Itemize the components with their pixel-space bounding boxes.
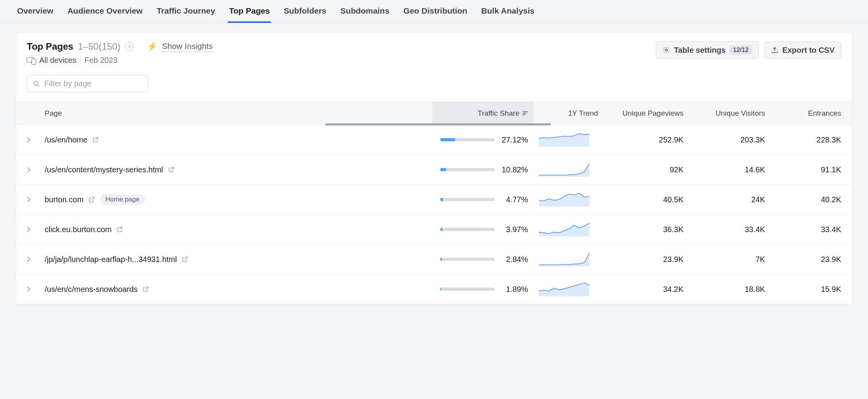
- sparkline: [539, 252, 589, 266]
- tab-bulk-analysis[interactable]: Bulk Analysis: [480, 0, 536, 23]
- export-csv-label: Export to CSV: [783, 46, 835, 55]
- traffic-share-value: 3.97%: [500, 225, 528, 234]
- period-label[interactable]: Feb 2023: [85, 56, 118, 65]
- tabs-nav: OverviewAudience OverviewTraffic Journey…: [0, 0, 868, 23]
- trend-cell: [533, 125, 603, 154]
- traffic-share-cell: 10.82%: [432, 158, 533, 182]
- row-expander[interactable]: [16, 130, 39, 149]
- traffic-share-value: 1.89%: [500, 285, 528, 294]
- export-icon: [771, 46, 779, 54]
- traffic-share-cell: 1.89%: [432, 277, 533, 302]
- page-cell: click.eu.burton.com: [39, 217, 432, 242]
- page-path[interactable]: /us/en/home: [45, 135, 87, 144]
- gear-icon: [662, 46, 670, 54]
- share-bar: [440, 258, 495, 261]
- filter-bar: [16, 70, 852, 102]
- unique-pageviews-value: 252.9K: [603, 128, 689, 152]
- row-expander[interactable]: [16, 279, 39, 299]
- page-cell: /us/en/c/mens-snowboards: [39, 277, 432, 302]
- row-expander[interactable]: [16, 160, 39, 179]
- table-settings-button[interactable]: Table settings 12/12: [656, 41, 759, 59]
- page-cell: /jp/ja/p/lunchlap-earflap-h...34931.html: [39, 247, 432, 272]
- table-settings-badge: 12/12: [730, 45, 752, 55]
- external-link-icon[interactable]: [92, 136, 99, 143]
- tab-geo-distribution[interactable]: Geo Distribution: [402, 0, 469, 23]
- table-row: /jp/ja/p/lunchlap-earflap-h...34931.html…: [16, 245, 852, 274]
- share-bar: [440, 168, 495, 171]
- sparkline: [539, 282, 589, 296]
- col-entrances[interactable]: Entrances: [770, 102, 852, 125]
- page-path[interactable]: burton.com: [45, 195, 84, 204]
- share-bar: [440, 198, 495, 201]
- chevron-right-icon: [25, 227, 30, 232]
- entrances-value: 40.2K: [770, 187, 852, 212]
- unique-visitors-value: 24K: [689, 187, 770, 212]
- info-icon[interactable]: i: [125, 42, 134, 51]
- unique-pageviews-value: 92K: [603, 158, 689, 182]
- entrances-value: 33.4K: [770, 217, 852, 242]
- col-unique-visitors[interactable]: Unique Visitors: [689, 102, 770, 125]
- external-link-icon[interactable]: [168, 166, 175, 173]
- highlight-bar: [325, 123, 551, 125]
- title-row: Top Pages 1–50(150) i ⚡ Show Insights: [27, 41, 213, 52]
- chevron-right-icon: [25, 167, 30, 172]
- table-settings-label: Table settings: [674, 46, 726, 55]
- unique-pageviews-value: 23.9K: [603, 247, 689, 272]
- table: Page Traffic Share 1Y Trend Unique Pagev…: [16, 102, 852, 304]
- tab-subdomains[interactable]: Subdomains: [339, 0, 391, 23]
- external-link-icon[interactable]: [88, 196, 95, 203]
- unique-visitors-value: 18.8K: [689, 277, 770, 302]
- page-cell: /us/en/home: [39, 128, 432, 152]
- row-expander[interactable]: [16, 250, 39, 269]
- unique-visitors-value: 7K: [689, 247, 770, 272]
- sparkline: [539, 133, 589, 147]
- table-row: burton.comHome page4.77%40.5K24K40.2K: [16, 185, 852, 215]
- page-range: 1–50(150): [78, 41, 120, 52]
- page-path[interactable]: /jp/ja/p/lunchlap-earflap-h...34931.html: [45, 255, 177, 264]
- table-row: click.eu.burton.com3.97%36.3K33.4K33.4K: [16, 215, 852, 245]
- chevron-right-icon: [25, 257, 30, 262]
- page-path[interactable]: click.eu.burton.com: [45, 225, 112, 234]
- tab-overview[interactable]: Overview: [16, 0, 55, 23]
- page-path[interactable]: /us/en/c/mens-snowboards: [45, 285, 138, 294]
- table-row: /us/en/content/mystery-series.html10.82%…: [16, 155, 852, 185]
- svg-point-0: [665, 49, 667, 51]
- entrances-value: 228.3K: [770, 128, 852, 152]
- search-icon: [33, 80, 40, 88]
- col-page[interactable]: Page: [39, 102, 432, 125]
- external-link-icon[interactable]: [181, 256, 188, 263]
- unique-visitors-value: 14.6K: [689, 158, 770, 182]
- col-traffic-share[interactable]: Traffic Share: [432, 102, 533, 125]
- unique-pageviews-value: 34.2K: [603, 277, 689, 302]
- show-insights-link[interactable]: Show Insights: [162, 42, 213, 52]
- tab-traffic-journey[interactable]: Traffic Journey: [155, 0, 217, 23]
- devices-label[interactable]: All devices: [39, 56, 77, 65]
- trend-cell: [533, 245, 603, 274]
- divider: [80, 56, 81, 65]
- tab-subfolders[interactable]: Subfolders: [282, 0, 328, 23]
- entrances-value: 91.1K: [770, 158, 852, 182]
- sort-desc-icon: [523, 111, 528, 115]
- row-expander[interactable]: [16, 220, 39, 239]
- subrow: All devices Feb 2023: [27, 56, 213, 65]
- external-link-icon[interactable]: [116, 226, 123, 233]
- filter-input-wrap[interactable]: [27, 75, 148, 92]
- external-link-icon[interactable]: [142, 286, 149, 293]
- entrances-value: 23.9K: [770, 247, 852, 272]
- tab-audience-overview[interactable]: Audience Overview: [66, 0, 144, 23]
- row-expander[interactable]: [16, 190, 39, 209]
- svg-point-1: [34, 81, 38, 85]
- tab-top-pages[interactable]: Top Pages: [228, 0, 272, 23]
- chevron-right-icon: [25, 286, 30, 292]
- trend-cell: [533, 215, 603, 244]
- traffic-share-value: 2.84%: [500, 255, 528, 264]
- share-bar: [440, 288, 495, 291]
- col-trend[interactable]: 1Y Trend: [533, 102, 603, 125]
- col-unique-pageviews[interactable]: Unique Pageviews: [603, 102, 689, 125]
- filter-input[interactable]: [44, 79, 143, 88]
- export-csv-button[interactable]: Export to CSV: [764, 42, 841, 59]
- table-header: Page Traffic Share 1Y Trend Unique Pagev…: [16, 102, 852, 125]
- page-path[interactable]: /us/en/content/mystery-series.html: [45, 165, 163, 174]
- table-row: /us/en/c/mens-snowboards1.89%34.2K18.8K1…: [16, 274, 852, 304]
- sparkline: [539, 193, 589, 206]
